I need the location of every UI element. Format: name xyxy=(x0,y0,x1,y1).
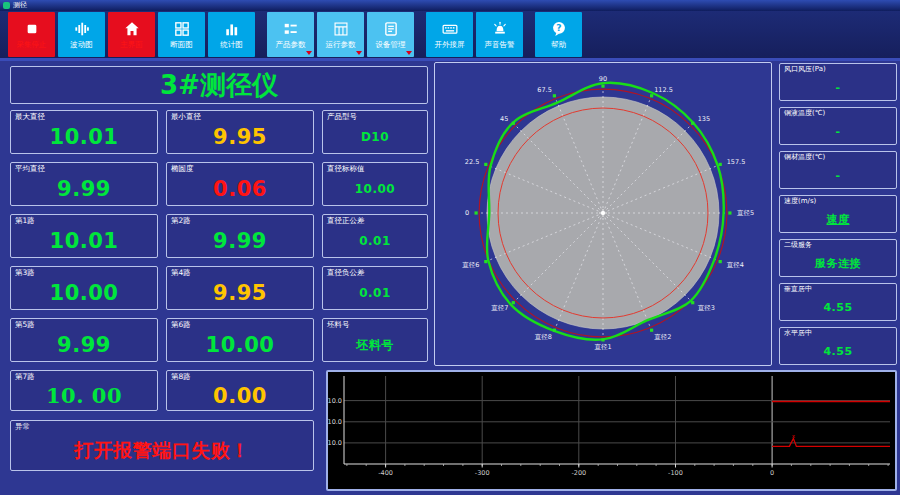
svg-text:直径1: 直径1 xyxy=(594,343,611,351)
spoke-marker-icon xyxy=(484,163,487,166)
svg-text:157.5: 157.5 xyxy=(727,158,746,166)
diameter-trend-chart: 10.010.010.0-400-300-200-1000x xyxy=(326,370,897,491)
svg-text:10.0: 10.0 xyxy=(328,397,342,405)
field-label: 最大直径 xyxy=(15,113,45,121)
plus-tolerance-field: 直径正公差0.01 xyxy=(322,214,428,258)
field-value: 0.01 xyxy=(323,225,427,257)
secondary-service-panel: 二级服务服务连接 xyxy=(779,239,897,277)
field-value: 9.95 xyxy=(167,121,313,153)
speed-value[interactable]: 速度 xyxy=(780,206,896,232)
collect-stop-button[interactable]: 采集停止 xyxy=(8,12,55,57)
spoke-marker-icon xyxy=(719,163,722,166)
svg-text:112.5: 112.5 xyxy=(654,86,673,94)
toolbar-button-label: 采集停止 xyxy=(17,41,47,49)
cross-section-polar-chart: 022.54567.590112.5135157.5直径5直径4直径3直径2直径… xyxy=(434,62,772,366)
toolbar-button-label: 设备管理 xyxy=(376,41,406,49)
field-value: 10.00 xyxy=(167,329,313,361)
channel-4-field: 第4路9.95 xyxy=(166,266,314,310)
barchart-icon xyxy=(224,21,240,38)
field-value: 坯料号 xyxy=(323,329,427,361)
svg-text:直径2: 直径2 xyxy=(654,333,671,341)
dropdown-arrow-icon xyxy=(356,51,362,55)
svg-text:直径8: 直径8 xyxy=(535,333,552,341)
spoke-marker-icon xyxy=(719,260,722,263)
help-button[interactable]: ?帮助 xyxy=(535,12,582,57)
field-value: 10. 00 xyxy=(11,381,157,410)
section-icon xyxy=(174,21,190,38)
product-params-button[interactable]: 产品参数 xyxy=(267,12,314,57)
spoke-marker-icon xyxy=(553,94,556,97)
field-label: 第5路 xyxy=(15,321,35,329)
svg-text:?: ? xyxy=(556,23,561,33)
spoke-marker-icon xyxy=(650,329,653,332)
field-label: 平均直径 xyxy=(15,165,45,173)
field-value: 9.95 xyxy=(167,277,313,309)
field-label: 最小直径 xyxy=(171,113,201,121)
svg-text:135: 135 xyxy=(698,115,710,123)
spoke-marker-icon xyxy=(512,122,515,125)
field-value: 9.99 xyxy=(11,329,157,361)
svg-text:-200: -200 xyxy=(571,469,586,477)
vertical-center-panel: 垂直居中4.55 xyxy=(779,283,897,321)
svg-text:直径5: 直径5 xyxy=(737,209,754,217)
panel-label: 二级服务 xyxy=(784,242,812,250)
product-params-icon xyxy=(283,21,299,38)
nominal-diameter-field: 直径标称值10.00 xyxy=(322,162,428,206)
panel-label: 速度(m/s) xyxy=(784,198,816,206)
field-label: 产品型号 xyxy=(327,113,357,121)
titlebar: 测径 xyxy=(0,0,900,11)
field-label: 第2路 xyxy=(171,217,191,225)
toolbar: 采集停止波动图主界面断面图统计图产品参数运行参数设备管理开外接屏声音告警?帮助 xyxy=(0,11,900,58)
svg-text:0: 0 xyxy=(465,209,469,217)
toolbar-button-label: 开外接屏 xyxy=(435,41,465,49)
trend-chart-svg: 10.010.010.0-400-300-200-1000x xyxy=(328,372,893,487)
spoke-marker-icon xyxy=(553,329,556,332)
field-value: 打开报警端口失败！ xyxy=(11,431,313,470)
run-params-icon xyxy=(333,21,349,38)
field-label: 坯料号 xyxy=(327,321,350,329)
toolbar-button-label: 断面图 xyxy=(170,41,193,49)
tuyere-pressure-panel: 风口风压(Pa)- xyxy=(779,63,897,101)
tuyere-pressure-value: - xyxy=(780,74,896,100)
help-icon: ? xyxy=(551,21,567,38)
secondary-service-value: 服务连接 xyxy=(780,250,896,276)
field-label: 直径标称值 xyxy=(327,165,365,173)
field-value: 10.01 xyxy=(11,121,157,153)
copper-liquid-temp-value: - xyxy=(780,118,896,144)
svg-text:10.0: 10.0 xyxy=(328,439,342,447)
stats-chart-button[interactable]: 统计图 xyxy=(208,12,255,57)
field-value: 0.01 xyxy=(323,277,427,309)
external-screen-button[interactable]: 开外接屏 xyxy=(426,12,473,57)
sound-alarm-button[interactable]: 声音告警 xyxy=(476,12,523,57)
dropdown-arrow-icon xyxy=(406,51,412,55)
field-label: 第4路 xyxy=(171,269,191,277)
external-screen-icon xyxy=(442,21,458,38)
spoke-marker-icon xyxy=(691,301,694,304)
wave-chart-button[interactable]: 波动图 xyxy=(58,12,105,57)
max-diameter-field: 最大直径10.01 xyxy=(10,110,158,154)
spoke-marker-icon xyxy=(601,85,604,88)
field-value: 9.99 xyxy=(167,225,313,257)
run-params-button[interactable]: 运行参数 xyxy=(317,12,364,57)
field-value: 10.00 xyxy=(11,277,157,309)
speed-panel: 速度(m/s)速度 xyxy=(779,195,897,233)
svg-text:90: 90 xyxy=(599,75,607,83)
app-window: 测径 采集停止波动图主界面断面图统计图产品参数运行参数设备管理开外接屏声音告警?… xyxy=(0,0,900,495)
panel-label: 水平居中 xyxy=(784,330,812,338)
device-manage-button[interactable]: 设备管理 xyxy=(367,12,414,57)
section-chart-button[interactable]: 断面图 xyxy=(158,12,205,57)
panel-label: 风口风压(Pa) xyxy=(784,66,826,74)
channel-7-field: 第7路10. 00 xyxy=(10,370,158,411)
svg-text:直径6: 直径6 xyxy=(462,261,479,269)
main-screen-button[interactable]: 主界面 xyxy=(108,12,155,57)
waveform-icon xyxy=(74,21,90,38)
field-value: 10.00 xyxy=(323,173,427,205)
stop-icon xyxy=(24,21,40,38)
toolbar-button-label: 波动图 xyxy=(70,41,93,49)
svg-text:67.5: 67.5 xyxy=(537,86,551,94)
toolbar-button-label: 产品参数 xyxy=(276,41,306,49)
channel-1-field: 第1路10.01 xyxy=(10,214,158,258)
gauge-title: 3#测径仪 xyxy=(10,66,428,104)
panel-label: 铜液温度(℃) xyxy=(784,110,825,118)
field-label: 第6路 xyxy=(171,321,191,329)
